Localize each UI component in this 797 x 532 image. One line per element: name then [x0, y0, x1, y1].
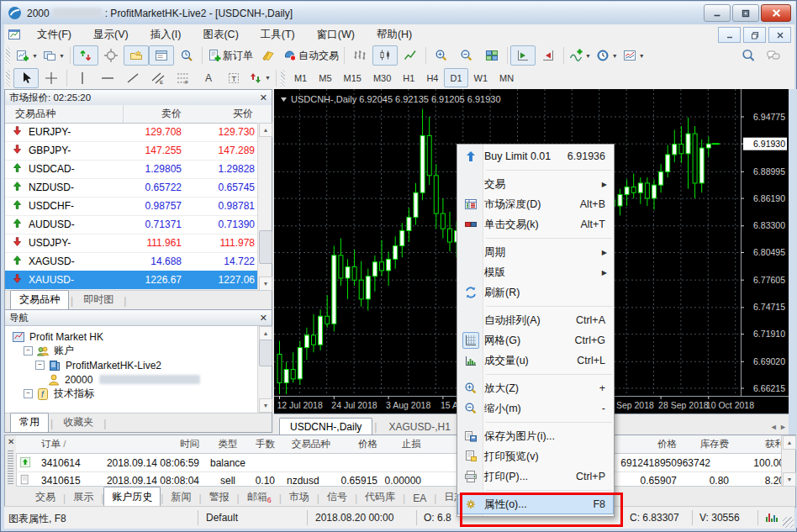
terminal-tab-交易[interactable]: 交易 — [28, 487, 63, 507]
market-watch-row-NZDUSD-[interactable]: NZDUSD- 0.65722 0.65745 — [5, 178, 257, 198]
market-watch-row-XAUUSD-[interactable]: XAUUSD- 1226.67 1227.06 — [5, 271, 257, 290]
column-bid[interactable]: 卖价 — [106, 105, 182, 123]
context-menu-item-12[interactable]: 成交量(u)Ctrl+L — [457, 350, 614, 371]
period-button-M5[interactable]: M5 — [313, 68, 337, 87]
nav-tree-item-4[interactable]: − f 技术指标 — [5, 387, 245, 401]
terminal-column-type[interactable]: 类型 — [203, 435, 253, 453]
terminal-tab-市场[interactable]: 市场 — [282, 487, 317, 507]
toolbar-grip[interactable] — [6, 47, 10, 64]
scroll-thumb[interactable] — [259, 230, 272, 264]
candles-button[interactable] — [372, 45, 398, 66]
chart-tab-XAGUSD-,H1[interactable]: XAGUSD-,H1 — [378, 419, 460, 435]
terminal-row-3410614[interactable]: 3410614 2018.09.14 08:06:59 balance69124… — [16, 454, 781, 472]
menu-4[interactable]: 工具(T) — [250, 24, 306, 45]
shift-button[interactable] — [536, 45, 561, 66]
toolbar-grip[interactable] — [281, 70, 285, 87]
close-icon[interactable]: ✕ — [8, 437, 14, 446]
chart-tab-USDCNH-,Daily[interactable]: USDCNH-,Daily — [279, 418, 372, 435]
menu-5[interactable]: 窗口(W) — [306, 24, 366, 45]
scroll-thumb[interactable] — [259, 340, 272, 366]
menu-2[interactable]: 插入(I) — [140, 24, 193, 45]
context-menu-item-11[interactable]: 网格(G)Ctrl+G — [457, 330, 614, 350]
context-menu-item-2[interactable]: 交易▶ — [457, 174, 614, 194]
context-menu-item-10[interactable]: 自动排列(A)Ctrl+A — [457, 310, 614, 330]
navigator-tab-常用[interactable]: 常用 — [10, 413, 49, 432]
autotrade-button[interactable]: 自动交易 — [281, 45, 341, 66]
profiles-button[interactable]: ▼ — [40, 45, 67, 66]
nav-tree-item-3[interactable]: 20000 — [5, 372, 245, 387]
tester-button[interactable] — [174, 45, 199, 66]
channel-button[interactable]: E — [145, 68, 171, 88]
terminal-button[interactable] — [149, 45, 174, 66]
scroll-down-icon[interactable]: ▼ — [783, 472, 796, 487]
column-symbol[interactable]: 交易品种 — [15, 105, 55, 123]
zoom-out-button[interactable] — [454, 45, 479, 66]
context-menu-item-0[interactable]: Buy Limit 0.016.91936 — [457, 146, 614, 166]
clock-button[interactable]: ▼ — [594, 45, 620, 66]
market-watch-row-USDCAD-[interactable]: USDCAD- 1.29805 1.29828 — [5, 160, 257, 179]
collapse-icon[interactable]: − — [24, 389, 33, 398]
navigator-tab-收藏夹[interactable]: 收藏夹 — [55, 413, 102, 432]
market-watch-scrollbar[interactable]: ▲ ▼ — [257, 123, 272, 291]
market-watch-row-AUDUSD-[interactable]: AUDUSD- 0.71371 0.71390 — [5, 215, 257, 234]
chat-button[interactable] — [761, 45, 786, 66]
text-button[interactable]: A — [196, 68, 221, 88]
fibo-button[interactable]: F — [171, 68, 196, 88]
collapse-icon[interactable]: − — [24, 346, 33, 356]
scroll-down-icon[interactable]: ▼ — [259, 277, 272, 291]
toolbar-grip[interactable] — [6, 70, 10, 87]
scroll-down-icon[interactable]: ▼ — [259, 398, 272, 413]
tile-button[interactable] — [479, 45, 504, 66]
terminal-column-sl[interactable]: 止损 — [367, 435, 421, 453]
zoom-in-button[interactable] — [429, 45, 454, 66]
scroll-up-icon[interactable]: ▲ — [783, 435, 796, 450]
context-menu-item-8[interactable]: 刷新(R) — [457, 282, 614, 303]
arrows-button[interactable]: ▼ — [246, 68, 273, 88]
vline-button[interactable] — [70, 68, 95, 88]
context-menu-item-7[interactable]: 模版▶ — [457, 262, 614, 282]
scroll-up-icon[interactable]: ▲ — [259, 123, 272, 137]
autoscroll-button[interactable] — [510, 45, 536, 66]
period-button-H4[interactable]: H4 — [420, 68, 444, 87]
resize-grip[interactable] — [783, 517, 794, 528]
minimize-button[interactable] — [704, 4, 731, 22]
period-button-H1[interactable]: H1 — [397, 68, 420, 87]
child-minimize-button[interactable] — [718, 27, 741, 43]
period-button-M15[interactable]: M15 — [338, 68, 367, 87]
context-menu-item-19[interactable]: 打印(P)...Ctrl+P — [457, 466, 614, 487]
market-watch-row-USDCHF-[interactable]: USDCHF- 0.98757 0.98781 — [5, 197, 257, 216]
context-menu-item-4[interactable]: 单击交易(k)Alt+T — [457, 214, 614, 234]
scroll-up-icon[interactable]: ▲ — [259, 326, 272, 340]
period-button-M1[interactable]: M1 — [288, 68, 313, 87]
market-watch-row-XAGUSD-[interactable]: XAGUSD- 14.688 14.722 — [5, 252, 257, 271]
context-menu-item-3[interactable]: 市场深度(D)Alt+B — [457, 194, 614, 214]
terminal-tab-账户历史[interactable]: 账户历史 — [103, 487, 161, 507]
terminal-tab-展示[interactable]: 展示 — [66, 487, 101, 507]
period-button-M30[interactable]: M30 — [367, 68, 397, 87]
linechart-button[interactable] — [398, 45, 423, 66]
child-close-button[interactable] — [768, 27, 791, 43]
restore-button[interactable] — [732, 4, 759, 22]
new-chart-button[interactable]: ▼ — [13, 45, 40, 66]
terminal-tab-信号[interactable]: 信号 — [319, 487, 355, 507]
terminal-tab-邮箱[interactable]: 邮箱6 — [240, 487, 279, 507]
context-menu-item-14[interactable]: 放大(Z)+ — [457, 378, 614, 398]
status-profile[interactable]: Default — [206, 512, 238, 524]
terminal-handle[interactable]: ✕ — [5, 435, 17, 507]
navigator-button[interactable] — [124, 45, 149, 66]
nav-tree-item-1[interactable]: − 账户 — [5, 344, 245, 358]
terminal-tab-代码库[interactable]: 代码库 — [357, 487, 403, 507]
menu-6[interactable]: 帮助(H) — [366, 24, 423, 45]
label-button[interactable]: T — [221, 68, 246, 88]
nav-tree-item-0[interactable]: Profit Market HK — [5, 329, 245, 344]
market-watch-row-USDJPY-[interactable]: USDJPY- 111.961 111.978 — [5, 234, 257, 253]
terminal-column-price2[interactable]: 价格 — [623, 435, 677, 453]
market-watch-button[interactable] — [73, 45, 98, 66]
hline-button[interactable] — [95, 68, 120, 88]
nav-tree-item-2[interactable]: − ProfitMarketHK-Live2 — [5, 358, 245, 372]
market-watch-tab-交易品种[interactable]: 交易品种 — [10, 290, 69, 309]
metaeditor-button[interactable] — [256, 45, 281, 66]
context-menu-item-15[interactable]: 缩小(m)- — [457, 398, 614, 419]
period-button-D1[interactable]: D1 — [444, 68, 467, 87]
data-window-button[interactable] — [98, 45, 124, 66]
